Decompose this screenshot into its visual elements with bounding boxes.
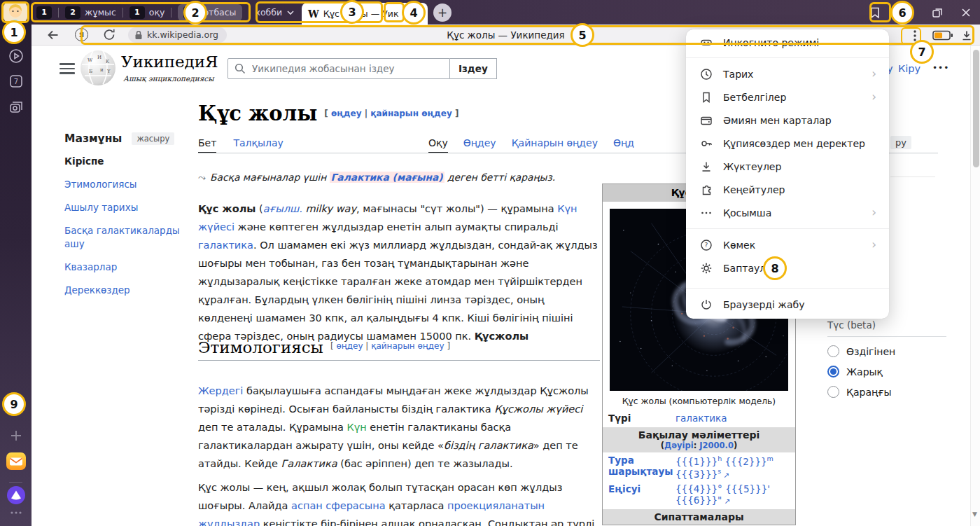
toc-item-other-galaxies[interactable]: Басқа галактикаларды ашу [64, 224, 183, 251]
menu-divider [686, 228, 889, 229]
svg-text:И: И [97, 55, 102, 60]
menu-item-close-browser[interactable]: Браузерді жабу [686, 293, 889, 316]
yandex-mail-icon[interactable] [0, 452, 31, 470]
tab-edit-source[interactable]: Қайнарын өңдеу [512, 137, 598, 153]
bookmarks-panel-icon[interactable] [868, 6, 882, 20]
svg-text:и: и [100, 67, 104, 73]
add-panel-icon[interactable] [0, 429, 31, 443]
browser-window: 7 [0, 0, 980, 526]
address-bar-more-icon[interactable] [905, 28, 925, 43]
menu-item-history[interactable]: Тарих › [686, 62, 889, 85]
scrollbar-thumb[interactable] [973, 50, 979, 167]
browser-tab-active[interactable]: W Құс жолы — Уик × [302, 3, 428, 25]
appearance-panel: Түс (beta) Өздігінен Жарық Қараңғы [827, 319, 946, 406]
tab-title: Құс жолы — Уик [323, 8, 410, 19]
galaxy-link[interactable]: галактика [676, 413, 790, 424]
menu-item-extensions[interactable]: Кеңейтулер [686, 178, 889, 201]
tab-group-collapsed[interactable]: 1 [36, 6, 52, 19]
paragraph-intro: Құс жолы (ағылш. milky way, мағынасы "сү… [198, 200, 600, 348]
sidebar-more-icon[interactable] [0, 510, 31, 515]
menu-item-bookmarks[interactable]: Бетбелгілер › [686, 85, 889, 109]
menu-item-passwords[interactable]: Құпиясөздер мен деректер [686, 132, 889, 155]
tab-bar: 1 2 жұмыс 1 оқу 1 отбасы хобби [31, 0, 980, 25]
tab-counter-icon[interactable]: 7 [0, 73, 31, 90]
profile-avatar[interactable] [4, 2, 27, 22]
tab-close-icon[interactable]: × [414, 8, 421, 19]
menu-item-settings[interactable]: Баптаулар [686, 256, 889, 279]
menu-item-downloads[interactable]: Жүктеулер [686, 155, 889, 178]
toc-item-intro[interactable]: Кіріспе [64, 155, 183, 168]
close-window-icon[interactable] [960, 7, 972, 18]
video-player-icon[interactable] [0, 48, 31, 64]
tab-group-hobby[interactable]: хобби [255, 7, 295, 18]
tab-page[interactable]: Бет [198, 137, 216, 153]
bookmarks-icon [699, 90, 714, 104]
page-scrollbar[interactable]: ▼ [970, 46, 980, 526]
personal-more-icon[interactable]: ••• [932, 63, 949, 73]
toc-hide-button[interactable]: жасыру [132, 132, 174, 145]
tab-group-study[interactable]: 1 оқу [130, 6, 165, 19]
chevron-right-icon: › [872, 239, 876, 251]
tab-history-fragment[interactable]: Өңд [613, 137, 634, 153]
radio-circle[interactable] [827, 345, 839, 357]
radio-auto[interactable]: Өздігінен [827, 345, 946, 357]
radio-dark[interactable]: Қараңғы [827, 386, 946, 398]
menu-divider [686, 57, 889, 58]
toc-item-quasars[interactable]: Квазарлар [64, 261, 183, 274]
edit-links[interactable]: [ өңдеу | қайнарын өңдеу ] [330, 341, 450, 351]
toc-item-etymology[interactable]: Этимологиясы [64, 178, 183, 191]
yandex-search-icon[interactable]: Я [75, 28, 88, 41]
radio-circle-selected[interactable] [827, 366, 839, 378]
tools-tab-fragment[interactable]: ру [890, 136, 911, 149]
search-button[interactable]: Іздеу [450, 58, 497, 79]
group-separator [171, 8, 172, 18]
ra-link[interactable]: Тура шарықтауы [608, 455, 676, 479]
menu-divider [686, 288, 889, 289]
scrollbar-down-arrow[interactable]: ▼ [972, 511, 977, 518]
infobox-row-dec: Еңісуі {{{4}}}° {{{5}}}' {{{6}}}" ↗ [603, 481, 795, 508]
menu-item-incognito[interactable]: Инкогнито режимі [686, 32, 889, 53]
url-field[interactable]: kk.wikipedia.org [128, 27, 227, 43]
new-tab-button[interactable]: + [433, 4, 451, 22]
battery-icon[interactable] [932, 30, 953, 43]
dec-link[interactable]: Еңісуі [608, 483, 676, 506]
browser-dropdown-menu: Инкогнито режимі Тарих › Бетбелгілер › [686, 29, 889, 319]
search-icon [234, 63, 246, 74]
wikipedia-wordmark[interactable]: УикипедиЯ [121, 53, 218, 71]
menu-item-wallet[interactable]: Әмиян мен карталар [686, 109, 889, 132]
tab-group-family[interactable]: 1 отбасы [178, 4, 241, 21]
wikipedia-globe-logo[interactable]: WИK БиY [79, 49, 117, 90]
search-input[interactable] [251, 62, 449, 75]
chevron-down-icon [286, 10, 295, 15]
alice-assistant-icon[interactable] [0, 486, 31, 504]
restore-window-icon[interactable] [931, 6, 944, 19]
wiki-menu-icon[interactable] [59, 63, 75, 77]
edit-links[interactable]: [ өңдеу | қайнарын өңдеу ] [324, 109, 458, 118]
tab-edit[interactable]: Өңдеу [463, 137, 496, 153]
svg-text:7: 7 [13, 78, 18, 85]
tab-read[interactable]: Оқу [428, 137, 448, 153]
menu-item-more[interactable]: Қосымша › [686, 201, 889, 224]
back-icon[interactable] [46, 28, 60, 42]
puzzle-icon [699, 183, 714, 197]
radio-circle[interactable] [827, 386, 839, 398]
svg-text:?: ? [705, 242, 708, 249]
infobox-row-ra: Тура шарықтауы {{{1}}}h {{{2}}}m {{{3}}}… [603, 452, 795, 481]
screenshot-icon[interactable] [0, 98, 31, 115]
chevron-right-icon: › [872, 91, 876, 103]
toc-title: Мазмұны [64, 132, 122, 145]
login-link[interactable]: Кіру [898, 63, 920, 74]
browser-menu-icon[interactable] [899, 6, 914, 20]
menu-item-help[interactable]: ? Көмек › [686, 233, 889, 256]
radio-light[interactable]: Жарық [827, 366, 946, 378]
hatnote: ⤳Басқа мағыналар үшін Галактика (мағына)… [198, 172, 555, 184]
tab-talk[interactable]: Талқылау [233, 137, 283, 153]
key-icon [699, 137, 714, 151]
downloads-toolbar-icon[interactable] [960, 29, 973, 45]
appearance-divider [827, 336, 946, 337]
toc-item-references[interactable]: Дереккөздер [64, 284, 183, 297]
reload-icon[interactable] [103, 28, 116, 41]
toc-item-discovery[interactable]: Ашылу тарихы [64, 201, 183, 214]
tab-group-work[interactable]: 2 жұмыс [65, 6, 116, 19]
wallet-icon [699, 113, 714, 127]
